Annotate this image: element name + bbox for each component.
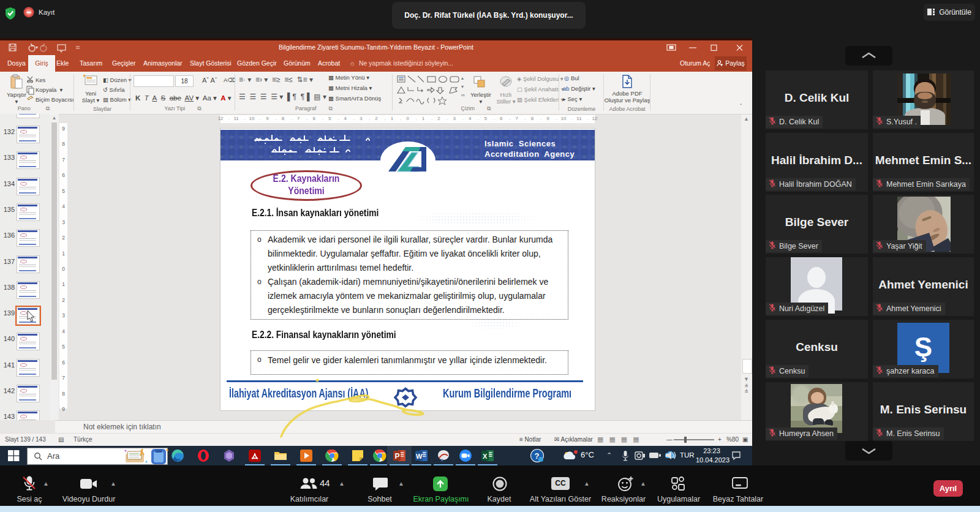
- svg-text:P: P: [395, 452, 400, 461]
- svg-text:X: X: [483, 453, 488, 460]
- svg-text:W: W: [416, 453, 423, 460]
